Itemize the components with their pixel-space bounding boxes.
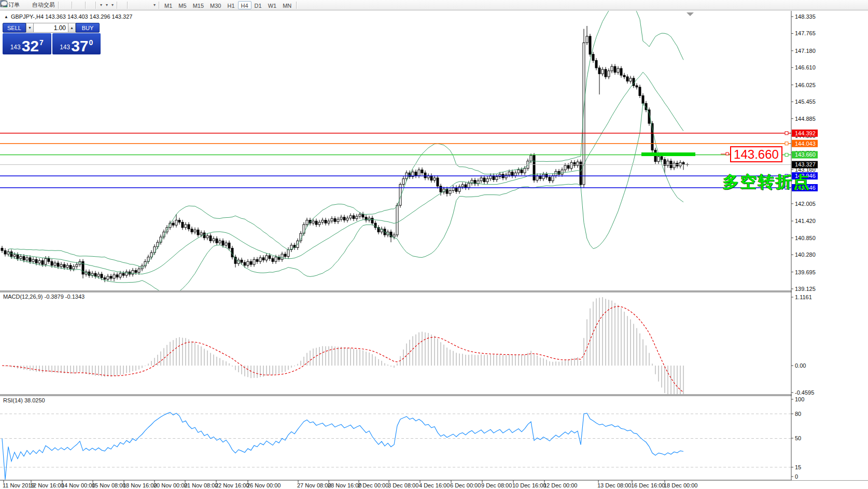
volume-down-button[interactable]: ▼	[26, 23, 34, 33]
candle-body	[561, 170, 563, 175]
axis-label: 146.610	[795, 64, 816, 71]
candle-body	[138, 269, 140, 273]
candle-body	[63, 264, 65, 268]
candle-body	[514, 173, 516, 176]
rsi-panel[interactable]	[0, 412, 791, 480]
candle-body	[29, 258, 31, 261]
symbol-ohlc-text: GBPJPY-,H4 143.363 143.403 143.296 143.3…	[11, 13, 132, 20]
buy-price-panel[interactable]: 143 37 0	[52, 33, 101, 54]
candle-body	[517, 170, 520, 173]
candle-body	[682, 162, 684, 164]
axis-label: 144.043	[795, 141, 816, 147]
candle-body	[69, 266, 72, 269]
candle-body	[26, 258, 28, 260]
candle-body	[10, 252, 12, 257]
candle-body	[244, 262, 246, 266]
candle-body	[60, 264, 62, 267]
candle-body	[191, 229, 193, 232]
axis-label: 9 Dec 08:00	[481, 482, 512, 488]
candle-body	[437, 178, 439, 186]
candle-body	[213, 239, 215, 241]
chart-end-triangle-icon[interactable]	[687, 12, 694, 16]
axis-label: 143.660	[795, 151, 816, 158]
sell-price-prefix: 143	[10, 44, 21, 51]
axis-label: 15 Nov 08:00	[92, 482, 125, 488]
candle-body	[626, 77, 628, 81]
candle-body	[94, 273, 96, 276]
axis-label: 139.125	[795, 286, 816, 292]
rsi-label: RSI(14) 38.0250	[3, 397, 45, 403]
candle-body	[362, 214, 364, 217]
candle-body	[657, 157, 660, 162]
sell-price-main: 32	[22, 39, 39, 53]
macd-label: MACD(12,26,9) -0.3879 -0.1343	[3, 294, 85, 300]
candle-body	[359, 214, 361, 216]
axis-label: -0.4595	[795, 389, 814, 396]
sell-button[interactable]: SELL	[3, 23, 26, 33]
axis-label: 0	[795, 473, 798, 480]
sell-price-panel[interactable]: 143 32 7	[3, 33, 51, 54]
candle-body	[558, 171, 560, 174]
collapse-triangle-icon[interactable]: ▲	[4, 15, 8, 19]
buy-button[interactable]: BUY	[76, 23, 100, 33]
candles	[1, 26, 684, 282]
volume-input[interactable]	[34, 23, 68, 33]
candle-body	[194, 230, 196, 232]
candle-body	[605, 69, 607, 77]
candle-body	[119, 273, 121, 277]
candle-body	[393, 235, 395, 237]
last-price-marker	[685, 163, 689, 166]
axis-label: 100	[795, 396, 804, 402]
axis-label: 144.392	[795, 130, 816, 136]
price-annotation-box[interactable]: 143.660	[730, 146, 782, 162]
candle-body	[48, 259, 50, 262]
candle-body	[455, 188, 457, 191]
candle-body	[185, 225, 187, 228]
main-price-panel[interactable]	[0, 0, 791, 295]
hline-anchor[interactable]	[785, 132, 788, 135]
candle-body	[23, 257, 25, 260]
macd-signal-line	[2, 306, 683, 393]
turning-point-text: 多空转折点	[723, 171, 811, 193]
candle-body	[614, 66, 616, 72]
axis-label: 145.455	[795, 99, 816, 105]
axis-label: 18 Nov 16:00	[123, 482, 157, 488]
candle-body	[623, 75, 625, 77]
candle-body	[206, 236, 208, 238]
axis-label: 21 Nov 08:00	[184, 482, 218, 488]
candle-body	[636, 86, 638, 87]
candle-body	[493, 176, 495, 179]
chart-area[interactable]: 148.335147.765147.180146.610146.025145.4…	[0, 0, 868, 489]
annotation-anchor[interactable]	[726, 152, 729, 155]
candle-body	[620, 68, 622, 75]
candle-body	[54, 263, 56, 266]
axis-label: 12 Nov 16:00	[30, 482, 64, 488]
candle-body	[465, 185, 467, 188]
candle-body	[256, 259, 258, 261]
candle-body	[629, 78, 632, 81]
axis-label: 6 Dec 00:00	[450, 482, 481, 488]
candle-body	[181, 222, 184, 228]
candle-body	[508, 172, 510, 175]
candle-body	[601, 69, 604, 74]
hline-anchor[interactable]	[785, 153, 788, 156]
candle-body	[402, 179, 404, 185]
hline-anchor[interactable]	[785, 142, 788, 145]
candle-body	[430, 176, 432, 180]
buy-price-pip: 0	[89, 38, 93, 47]
candle-body	[4, 250, 6, 254]
macd-panel[interactable]	[2, 297, 683, 402]
candle-body	[219, 241, 221, 243]
candle-body	[418, 170, 420, 176]
axis-label: 4 Dec 16:00	[419, 482, 450, 488]
volume-up-button[interactable]: ▲	[68, 23, 76, 33]
candle-body	[480, 178, 482, 181]
candle-body	[110, 276, 112, 278]
support-highlight-bar[interactable]	[641, 152, 695, 156]
candle-body	[530, 156, 532, 161]
candle-body	[673, 163, 675, 168]
axis-label: 16 Dec 16:00	[631, 482, 665, 488]
candle-body	[38, 261, 40, 263]
candle-body	[371, 218, 373, 223]
candle-body	[440, 186, 442, 192]
